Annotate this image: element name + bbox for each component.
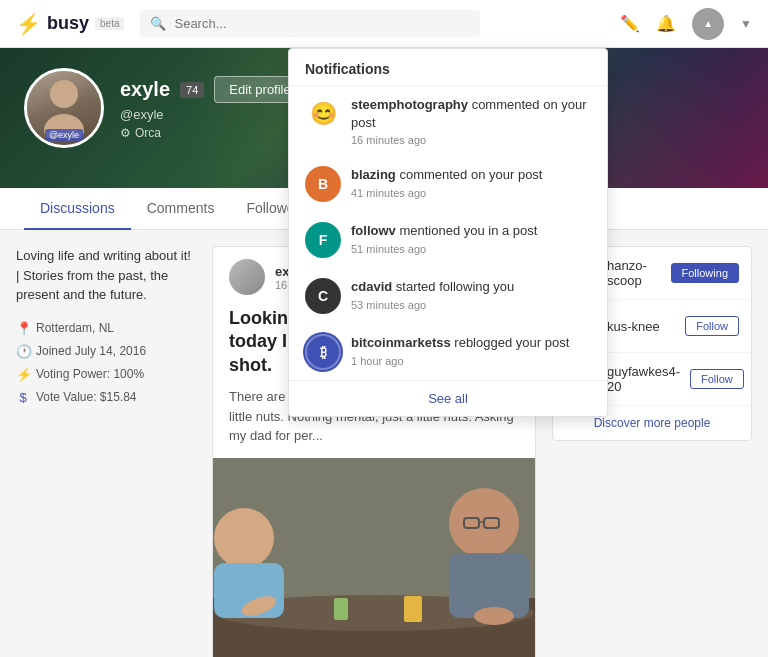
sidebar-voting-power: ⚡ Voting Power: 100% — [16, 367, 196, 382]
edit-icon[interactable]: ✏️ — [620, 14, 640, 33]
notif-item-3[interactable]: C cdavid started following you 53 minute… — [289, 268, 607, 324]
app-logo[interactable]: ⚡ busy beta — [16, 12, 124, 36]
sidebar-vote-value: $ Vote Value: $15.84 — [16, 390, 196, 405]
post-author-avatar[interactable] — [229, 259, 265, 295]
rank-label: Orca — [135, 126, 161, 140]
notif-action-1: commented on your post — [399, 167, 542, 182]
notif-item-0[interactable]: 😊 steemphotography commented on your pos… — [289, 86, 607, 156]
reputation-badge: 74 — [180, 82, 204, 98]
notification-dropdown: Notifications 😊 steemphotography comment… — [288, 48, 608, 417]
notif-user-2: followv — [351, 223, 396, 238]
user-avatar-nav[interactable]: ▲ — [692, 8, 724, 40]
notif-avatar-4: ₿ — [305, 334, 341, 370]
tab-comments[interactable]: Comments — [131, 188, 231, 230]
notif-avatar-0: 😊 — [305, 96, 341, 132]
beta-badge: beta — [95, 17, 124, 30]
search-box[interactable]: 🔍 — [140, 10, 480, 37]
sidebar-joined: 🕐 Joined July 14, 2016 — [16, 344, 196, 359]
notif-content-4: bitcoinmarketss reblogged your post 1 ho… — [351, 334, 591, 366]
vote-value-text: Vote Value: $15.84 — [36, 390, 137, 404]
notif-user-4: bitcoinmarketss — [351, 335, 451, 350]
clock-icon: 🕐 — [16, 344, 30, 359]
follow-name-2[interactable]: guyfawkes4-20 — [607, 364, 680, 394]
bolt-icon: ⚡ — [16, 12, 41, 36]
bolt-sidebar-icon: ⚡ — [16, 367, 30, 382]
dollar-icon: $ — [16, 390, 30, 405]
svg-rect-14 — [404, 596, 422, 622]
svg-point-0 — [50, 80, 78, 108]
location-text: Rotterdam, NL — [36, 321, 114, 335]
notif-item-2[interactable]: F followv mentioned you in a post 51 min… — [289, 212, 607, 268]
notif-avatar-2: F — [305, 222, 341, 258]
notif-text-4: bitcoinmarketss reblogged your post — [351, 334, 591, 352]
location-icon: 📍 — [16, 321, 30, 336]
follow-name-0[interactable]: hanzo-scoop — [607, 258, 661, 288]
notif-item-4[interactable]: ₿ bitcoinmarketss reblogged your post 1 … — [289, 324, 607, 380]
notif-action-4: reblogged your post — [454, 335, 569, 350]
notif-text-3: cdavid started following you — [351, 278, 591, 296]
topnav: ⚡ busy beta 🔍 ✏️ 🔔 ▲ ▼ — [0, 0, 768, 48]
sidebar-bio: Loving life and writing about it! | Stor… — [16, 246, 196, 305]
sidebar: Loving life and writing about it! | Stor… — [16, 246, 196, 657]
notif-avatar-3: C — [305, 278, 341, 314]
svg-point-15 — [474, 607, 514, 625]
follow-name-1[interactable]: kus-knee — [607, 319, 675, 334]
search-input[interactable] — [174, 16, 470, 31]
voting-power-text: Voting Power: 100% — [36, 367, 144, 381]
notif-item-1[interactable]: B blazing commented on your post 41 minu… — [289, 156, 607, 212]
notif-time-2: 51 minutes ago — [351, 243, 591, 255]
notif-text-0: steemphotography commented on your post — [351, 96, 591, 132]
chevron-down-icon[interactable]: ▼ — [740, 17, 752, 31]
notif-user-0: steemphotography — [351, 97, 468, 112]
profile-avatar[interactable]: @exyle — [24, 68, 104, 148]
notif-time-3: 53 minutes ago — [351, 299, 591, 311]
rank-icon: ⚙ — [120, 126, 131, 140]
sidebar-meta: 📍 Rotterdam, NL 🕐 Joined July 14, 2016 ⚡… — [16, 321, 196, 405]
sidebar-location: 📍 Rotterdam, NL — [16, 321, 196, 336]
follow-btn-0[interactable]: Following — [671, 263, 739, 283]
follow-btn-2[interactable]: Follow — [690, 369, 744, 389]
avatar-label: @exyle — [45, 129, 83, 141]
notif-user-1: blazing — [351, 167, 396, 182]
joined-text: Joined July 14, 2016 — [36, 344, 146, 358]
app-name: busy — [47, 13, 89, 34]
notif-action-3: started following you — [396, 279, 515, 294]
search-icon: 🔍 — [150, 16, 166, 31]
tab-discussions[interactable]: Discussions — [24, 188, 131, 230]
see-all-link[interactable]: See all — [289, 380, 607, 416]
notif-content-3: cdavid started following you 53 minutes … — [351, 278, 591, 310]
notif-content-0: steemphotography commented on your post … — [351, 96, 591, 146]
notif-time-4: 1 hour ago — [351, 355, 591, 367]
notif-time-0: 16 minutes ago — [351, 134, 591, 146]
notif-content-2: followv mentioned you in a post 51 minut… — [351, 222, 591, 254]
post-image[interactable] — [213, 458, 535, 657]
profile-name: exyle — [120, 78, 170, 101]
svg-rect-13 — [334, 598, 348, 620]
notif-time-1: 41 minutes ago — [351, 187, 591, 199]
notification-header: Notifications — [289, 49, 607, 86]
svg-point-5 — [214, 508, 274, 568]
notif-text-2: followv mentioned you in a post — [351, 222, 591, 240]
notif-text-1: blazing commented on your post — [351, 166, 591, 184]
notif-user-3: cdavid — [351, 279, 392, 294]
bell-icon[interactable]: 🔔 — [656, 14, 676, 33]
notif-action-2: mentioned you in a post — [399, 223, 537, 238]
topnav-right: ✏️ 🔔 ▲ ▼ — [620, 8, 752, 40]
notif-avatar-1: B — [305, 166, 341, 202]
notif-content-1: blazing commented on your post 41 minute… — [351, 166, 591, 198]
follow-btn-1[interactable]: Follow — [685, 316, 739, 336]
